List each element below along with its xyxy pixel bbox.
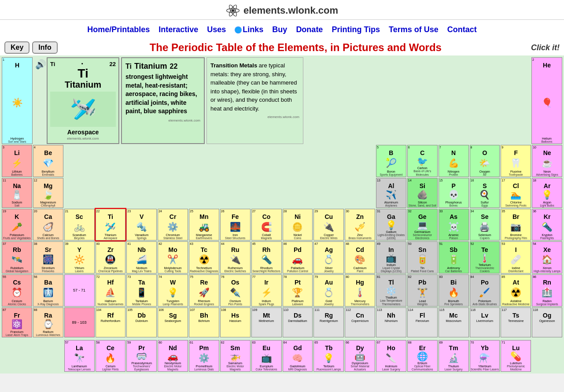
element-Fl[interactable]: 114 Fl Flerovium [407,307,438,337]
element-Ge[interactable]: 32 Ge 💻 Germanium Semiconductor Electron… [407,209,438,241]
element-Sc[interactable]: 21 Sc 🚲 Scandium Bicycles [64,209,95,241]
element-Se[interactable]: 34 Se 🖨️ Selenium Copiers [470,209,500,241]
element-H[interactable]: 1 H ☀️ Hydrogen Sun and Stars [2,57,33,144]
element-Rn[interactable]: 86 Rn 🏥 Radon Surgical Implants [532,274,562,307]
element-Rb[interactable]: 37 Rb 🛰️ Rubidium Global Navigation [2,241,32,274]
element-In[interactable]: 49 In 📺 Indium Liquid Crystal Displays (… [376,241,406,274]
element-Og[interactable]: 118 Og Oganesson [532,307,562,337]
element-Sg[interactable]: 106 Sg Seaborgium [158,307,188,337]
element-Sn[interactable]: 50 Sn 🥫 Tin Plated Food Cans [407,241,438,274]
element-Mo[interactable]: 42 Mo ✂️ Molybdenum Cutting Tools [158,241,188,274]
element-Mg[interactable]: 12 Mg 🍃 Magnesium Chlorophyll [33,178,63,208]
element-C[interactable]: 6 C 🐦 Carbon Basis of Life's Molecules [407,145,438,177]
element-Ds[interactable]: 110 Ds Darmstadtium [283,307,313,337]
element-As[interactable]: 33 As ☠️ Arsenic Poison [439,209,469,241]
nav-donate[interactable]: Donate [296,25,323,34]
element-Ni[interactable]: 28 Ni 🪙 Nickel Coins [283,209,313,241]
element-Ru[interactable]: 44 Ru 🔌 Ruthenium Electric Switches [220,241,251,274]
element-Po[interactable]: 84 Po 🖌️ Polonium Anti-Static Brushes [470,274,500,307]
element-Cr[interactable]: 24 Cr ⚙️ Chromium Stainless Steel [158,209,188,241]
element-Ra[interactable]: 88 Ra ⌚ Radium Luminous Watches [33,307,63,337]
element-Pd[interactable]: 46 Pd 🚗 Palladium Pollution Control [283,241,313,274]
element-Cl[interactable]: 17 Cl 🏊 Chlorine Swimming Pools [501,178,531,208]
element-Cs[interactable]: 55 Cs ⏰ Cesium Atomic Clocks [2,274,32,307]
element-B[interactable]: 5 B 🎾 Boron Sports Equipment [376,145,406,177]
element-Au[interactable]: 79 Au 💍 Gold Jewelry [313,274,344,307]
element-Mt[interactable]: 109 Mt Meitnerium [251,307,282,337]
element-Pb[interactable]: 82 Pb 🏋️ Lead Weights [407,274,438,307]
element-Dy[interactable]: 66 Dy 🤖 Dysprosium Smart Material Actuat… [345,340,375,372]
nav-interactive[interactable]: Interactive [159,25,198,34]
element-Cn[interactable]: 112 Cn Copernicium [345,307,375,337]
info-button[interactable]: Info [32,41,57,54]
element-Y[interactable]: 39 Y 🔆 Yttrium Lasers [64,241,95,274]
element-Tl[interactable]: 81 Tl ❄️ Thallium Low-Temperature Thermo… [376,274,406,307]
nav-home[interactable]: Home/Printables [87,25,150,34]
element-Be[interactable]: 4 Be 💎 Beryllium Emeralds [33,145,63,177]
element-Ar[interactable]: 18 Ar 💡 Argon Light Bulbs [532,178,562,208]
nav-contact[interactable]: Contact [447,25,477,34]
element-Si[interactable]: 14 Si 🪨 Silicon Stone, Sand, and Soil [407,178,438,208]
element-Rg[interactable]: 111 Rg Roentgenium [313,307,344,337]
element-Db[interactable]: 105 Db Dubnium [126,307,157,337]
speaker-button[interactable]: 🔊 [35,59,46,70]
element-Nb[interactable]: 41 Nb 🚄 Niobium Mag Lev Trains [126,241,157,274]
element-Os[interactable]: 76 Os ✒️ Osmium Pen Points [220,274,251,307]
element-Lv[interactable]: 116 Lv Livermorium [470,307,500,337]
nav-uses[interactable]: Uses [207,25,226,34]
element-Pm[interactable]: 61 Pm ⚙️ Promethium Luminous Dials [189,340,219,372]
element-Gd[interactable]: 64 Gd 🧠 Gadolinium MRI Diagnosis [283,340,313,372]
element-V[interactable]: 23 V 🔩 Vanadium Springs [126,209,157,241]
element-Na[interactable]: 11 Na 🧂 Sodium Salt [2,178,32,208]
element-S[interactable]: 16 S 🍳 Sulfur Eggs [470,178,500,208]
element-Ca[interactable]: 20 Ca 🦪 Calcium Shells and Bones [33,209,63,241]
element-Ag[interactable]: 47 Ag 💍 Silver Jewelry [313,241,344,274]
element-Fe[interactable]: 26 Fe 🌉 Iron Steel Structures [220,209,251,241]
element-Zn[interactable]: 30 Zn 🎺 Zinc Brass Instruments [345,209,375,241]
element-Nh[interactable]: 113 Nh Nihonium [376,307,406,337]
element-Hg[interactable]: 80 Hg 🌡️ Mercury Thermometers [345,274,375,307]
element-Hs[interactable]: 108 Hs Hassium [220,307,251,337]
element-Ne[interactable]: 10 Ne ☕ Neon Advertising Signs [532,145,562,177]
element-Nd[interactable]: 60 Nd 🚗 Neodymium Electric Motor Magnets [158,340,188,372]
key-button[interactable]: Key [4,41,29,54]
element-W[interactable]: 74 W 💡 Tungsten Lamp Filaments [158,274,188,307]
element-Co[interactable]: 27 Co 🧲 Cobalt Magnets [251,209,282,241]
element-Er[interactable]: 68 Er 🌐 Erbium Optical Fiber Communicati… [407,340,438,372]
element-La[interactable]: 57 La 🔭 Lanthanum Telescope Lenses [64,340,95,372]
element-Rh[interactable]: 45 Rh 🔦 Rhodium Searchlight Reflectors [251,241,282,274]
element-Ce[interactable]: 58 Ce 🔥 Cerium Lighter Flints [96,340,126,372]
element-Tm[interactable]: 69 Tm 🔬 Thulium Laser Surgery [439,340,469,372]
element-Pr[interactable]: 59 Pr 🥽 Praseodymium Torchworkers' Eyegl… [126,340,157,372]
element-O[interactable]: 8 O 🌤️ Oxygen Air [470,145,500,177]
nav-buy[interactable]: Buy [272,25,287,34]
ti-detail-card[interactable]: Ti Titanium 22 strongest lightweight met… [121,57,205,144]
element-At[interactable]: 85 At ☢️ Astatine Radioactive Medicine [501,274,531,307]
element-Mn[interactable]: 25 Mn 🚜 Manganese Earthmovers [189,209,219,241]
element-Sb[interactable]: 51 Sb 🔋 Antimony Car Batteries [439,241,469,274]
element-Ba[interactable]: 56 Ba 🩻 Barium X-Ray Diagnosis [33,274,63,307]
element-Ts[interactable]: 117 Ts Tennessine [501,307,531,337]
element-K[interactable]: 19 K 🥕 Potassium Fruits and Vegetables [2,209,32,241]
element-Fr[interactable]: 87 Fr ⚛️ Francium Laser Atom Traps [2,307,32,337]
ti-card-large[interactable]: Ti ▪️ 22 Ti Titanium 🛩️ Aerospace elemen… [47,57,119,144]
element-Lu[interactable]: 71 Lu 💊 Lutetium Photodynamic Medicine [501,340,531,372]
element-Sm[interactable]: 62 Sm 🚁 Samarium Electric Motor Magnets [220,340,251,372]
element-Re[interactable]: 75 Re 🚀 Rhenium Rocket Engines [189,274,219,307]
nav-links[interactable]: 🌐Links [235,25,263,34]
element-He[interactable]: 2 He 🎈 Helium Balloons [531,57,562,144]
element-Kr[interactable]: 36 Kr 🔦 Krypton Flashlights [532,209,562,241]
element-Tc[interactable]: 43 Tc ☢️ Technetium Radioactive Diagnosi… [189,241,219,274]
element-Bi[interactable]: 83 Bi 🔥 Bismuth Fire Sprinklers [439,274,469,307]
element-Mc[interactable]: 115 Mc Moscovium [439,307,469,337]
element-Eu[interactable]: 63 Eu 📺 Europium Color Televisions [251,340,282,372]
element-Cu[interactable]: 29 Cu 🔌 Copper Electric Wires [313,209,344,241]
element-Ga[interactable]: 31 Ga 💡 Gallium Light-Emitting Diodes (L… [376,209,406,241]
element-Hf[interactable]: 72 Hf ⛵ Hafnium Nuclear Submarines [96,274,126,307]
element-F[interactable]: 9 F 🦷 Fluorine Toothpaste [501,145,531,177]
element-Ti[interactable]: 22 Ti 🛩️ Titanium Aerospace [96,209,126,241]
element-Bh[interactable]: 107 Bh Bohrium [189,307,219,337]
element-Ho[interactable]: 67 Ho 🔪 Holmium Laser Surgery [376,340,406,372]
element-Ta[interactable]: 73 Ta 📱 Tantalum Mobile Phones [126,274,157,307]
element-Xe[interactable]: 54 Xe 🏠 Xenon High-Intensity Lamps [532,241,562,274]
